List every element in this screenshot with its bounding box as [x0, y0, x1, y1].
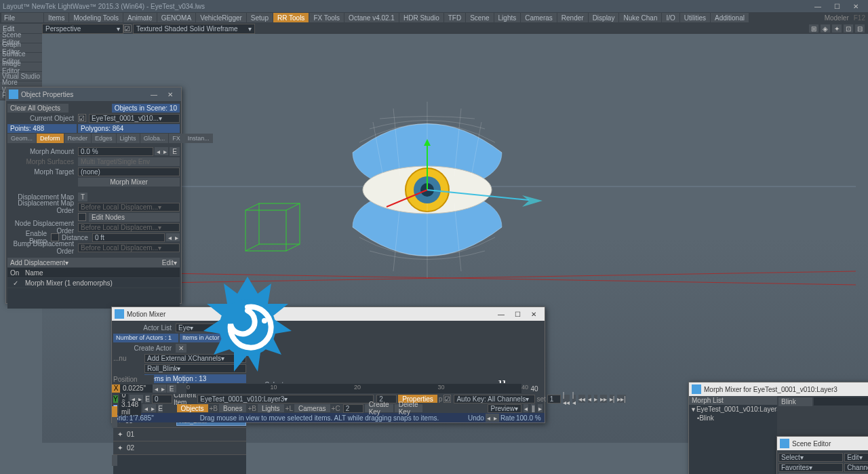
tab-io[interactable]: I/O [662, 13, 679, 22]
sidetab-2[interactable] [112, 417, 117, 428]
play-next-end[interactable]: ▸▸| [617, 395, 626, 403]
z-envelope[interactable]: E [158, 404, 163, 412]
play-fwd[interactable]: ▸ [594, 395, 597, 403]
mm-close[interactable]: ✕ [526, 308, 542, 320]
current-object-select[interactable]: EyeTest_0001_v010... ▾ [89, 114, 180, 123]
play-next-frame[interactable]: ▸| [610, 395, 615, 403]
tab-animate[interactable]: Animate [123, 13, 157, 22]
preview-select[interactable]: Preview ▾ [488, 404, 521, 413]
morph-tree-root[interactable]: ▼ EyeTest_0001_v010:Layer3 [689, 405, 777, 414]
mm-titlebar[interactable]: Motion Mixer — ☐ ✕ [112, 307, 545, 321]
mm-minimize[interactable]: — [493, 308, 509, 320]
tab-utilities[interactable]: Utilities [680, 13, 710, 22]
tab-additional[interactable]: Additional [711, 13, 749, 22]
mm-maximize[interactable]: ☐ [509, 308, 526, 320]
tab-cameras[interactable]: Cameras [521, 13, 557, 22]
play-rev[interactable]: ◂ [588, 395, 591, 403]
viewport-icon-4[interactable]: ⊡ [844, 24, 853, 33]
morph-mixer-btn[interactable]: Morph Mixer [78, 178, 180, 186]
objtab-fx[interactable]: FX [169, 134, 184, 143]
objtab-deform[interactable]: Deform [37, 134, 64, 143]
preview-pause[interactable]: ‖ [531, 404, 536, 412]
morph-tree-blink[interactable]: •Blink [689, 414, 777, 422]
autokey-check[interactable]: ☑ [443, 395, 451, 403]
objprop-titlebar[interactable]: Object Properties — ✕ [6, 87, 181, 101]
morph-envelope[interactable]: E [170, 147, 180, 156]
delete-key-btn[interactable]: Delete Key [395, 404, 422, 412]
play-next-key[interactable]: ▸▸ [600, 395, 607, 403]
tab-render[interactable]: Render [557, 13, 588, 22]
objprop-minimize[interactable]: — [146, 88, 162, 100]
viewport-icon-5[interactable]: ⊟ [855, 24, 865, 33]
tab-setup[interactable]: Setup [247, 13, 273, 22]
edit-nodes-check[interactable] [78, 213, 86, 221]
create-actor-btn[interactable]: ✕ [176, 344, 186, 353]
sidetab-3[interactable] [112, 455, 117, 466]
lights-btn[interactable]: Lights [258, 404, 284, 412]
add-displacement-dropdown[interactable]: Add Displacement ▾ [7, 258, 158, 267]
current-item-select[interactable]: EyeTest_0001_v010:Layer3 ▾ [197, 395, 374, 403]
se-select[interactable]: Select ▾ [778, 453, 843, 462]
dist-inc[interactable]: ▸ [173, 233, 180, 241]
clear-all-objects[interactable]: Clear All Objects [7, 104, 68, 113]
tab-modeling[interactable]: Modeling Tools [69, 13, 123, 22]
play-prev-key[interactable]: ◂◂ [578, 395, 585, 403]
disp-map-order-select[interactable]: Before Local Displacem... ▾ [78, 203, 180, 212]
morph-dec[interactable]: ◂ [155, 147, 161, 155]
objects-btn[interactable]: Objects [177, 404, 208, 412]
disp-edit-dropdown[interactable]: Edit ▾ [159, 258, 180, 267]
sceneed-titlebar[interactable]: Scene Editor — ☐ ✕ [777, 437, 868, 450]
objtab-instan[interactable]: Instan... [184, 134, 213, 143]
viewmode-shading[interactable]: Textured Shaded Solid Wireframe▾ [133, 24, 255, 34]
step-input[interactable]: 1 [547, 395, 561, 403]
shading-checkbox[interactable]: ☑ [123, 24, 132, 33]
window-close[interactable]: ✕ [846, 1, 865, 12]
preview-rev[interactable]: ◂ [524, 404, 528, 412]
objtab-global[interactable]: Globa... [140, 134, 169, 143]
create-key-btn[interactable]: Create Key [365, 404, 393, 412]
mm-track-2[interactable]: ✦ 02 [113, 441, 246, 455]
dist-dec[interactable]: ◂ [166, 233, 173, 241]
sidetab-move[interactable] [112, 406, 117, 417]
disp-item-check[interactable]: ✓ [7, 279, 24, 287]
tab-nukechan[interactable]: Nuke Chan [619, 13, 661, 22]
side-image-editor[interactable]: Image Editor [0, 62, 42, 72]
x-envelope[interactable]: E [167, 384, 176, 393]
morphmix-titlebar[interactable]: Morph Mixer for EyeTest_0001_v010:Layer3… [689, 382, 868, 396]
y-envelope[interactable]: E [145, 395, 150, 403]
cameras-btn[interactable]: Cameras [294, 404, 330, 412]
distance-input[interactable]: 0 ft [92, 233, 165, 242]
objtab-lights[interactable]: Lights [117, 134, 140, 143]
modeler-button[interactable]: Modeler [822, 14, 852, 22]
disp-map-texture[interactable]: T [78, 193, 87, 201]
tab-display[interactable]: Display [589, 13, 619, 22]
autokey-select[interactable]: Auto Key: All Channels ▾ [454, 395, 535, 403]
bones-btn[interactable]: Bones [219, 404, 246, 412]
objtab-geom[interactable]: Geom... [7, 134, 36, 143]
menu-file[interactable]: File [1, 13, 43, 22]
bump-disp-order-select[interactable]: Before Local Displacem... ▾ [78, 243, 180, 252]
undo-btn[interactable]: Undo [468, 414, 484, 422]
se-edit[interactable]: Edit ▾ [844, 453, 868, 462]
frame-end[interactable]: 2 [343, 404, 363, 413]
se-favorites[interactable]: Favorites ▾ [778, 463, 843, 472]
node-disp-order-select[interactable]: Before Local Displacem... ▾ [78, 223, 180, 232]
se-channels[interactable]: Channels ▾ [844, 463, 868, 472]
objtab-edges[interactable]: Edges [92, 134, 116, 143]
tab-vehiclerigger[interactable]: VehicleRigger [196, 13, 246, 22]
tab-fxtools[interactable]: FX Tools [309, 13, 344, 22]
current-object-checkbox[interactable]: ☑ [78, 114, 86, 122]
edit-nodes-btn[interactable]: Edit Nodes [89, 213, 180, 222]
window-maximize[interactable]: ☐ [827, 1, 846, 12]
tab-items[interactable]: Items [44, 13, 68, 22]
window-minimize[interactable]: — [808, 1, 827, 12]
tab-octane[interactable]: Octane v4.02.1 [344, 13, 399, 22]
morph-target-select[interactable]: (none) [78, 167, 180, 176]
tab-lights[interactable]: Lights [494, 13, 521, 22]
frame-start[interactable]: 0 [152, 395, 172, 403]
tab-rrtools[interactable]: RR Tools [273, 13, 309, 22]
preview-fwd[interactable]: ▸ [538, 404, 542, 412]
objprop-close[interactable]: ✕ [162, 88, 178, 100]
morph-inc[interactable]: ▸ [161, 147, 168, 155]
play-prev-frame[interactable]: |◂ [572, 395, 576, 403]
